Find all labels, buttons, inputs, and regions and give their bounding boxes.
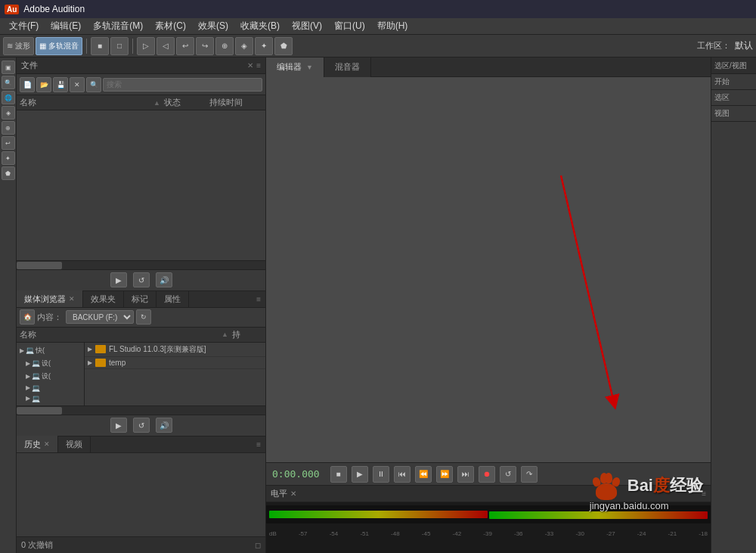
folder-icon [95, 345, 106, 353]
sidebar-icon-6[interactable]: ↩ [2, 136, 15, 150]
editor-area: 编辑器 ▼ 混音器 0:00.000 ■ ▶ [266, 57, 711, 553]
file-new-btn[interactable]: 📄 [20, 77, 35, 92]
tree-item-3[interactable]: ▶ 💻 设( [18, 370, 82, 383]
col-name-header: 名称 [20, 97, 153, 108]
transport-skip[interactable]: ↷ [521, 466, 538, 483]
transport-record[interactable]: ⏺ [479, 466, 495, 483]
file-panel-header: 文件 ✕ ≡ [17, 57, 265, 74]
toolbar-btn-4[interactable]: ◁ [156, 37, 175, 55]
media-tab-close[interactable]: ✕ [69, 295, 75, 303]
right-panel-selection[interactable]: 选区 [711, 90, 756, 106]
transport-forward[interactable]: ⏩ [436, 466, 453, 483]
media-home-btn[interactable]: 🏠 [20, 309, 35, 325]
toolbar-btn-3[interactable]: ▷ [137, 37, 155, 55]
file-search-input[interactable] [103, 78, 262, 92]
level-panel-title: 电平 [271, 488, 287, 499]
sidebar-icon-4[interactable]: ◈ [2, 106, 15, 120]
transport-next[interactable]: ⏭ [457, 466, 474, 483]
file-item-flstudio[interactable]: ▶ FL Studio 11.0.3[亲测兼容版] [85, 343, 265, 357]
media-play-btn[interactable]: ▶ [110, 418, 127, 433]
media-col-duration: 持 [232, 329, 262, 340]
toolbar-btn-6[interactable]: ↪ [196, 37, 214, 55]
editor-tab-close[interactable]: ▼ [306, 64, 313, 71]
level-panel-header: 电平 ✕ ≡ [266, 486, 711, 502]
content-select[interactable]: BACKUP (F:) [66, 310, 134, 324]
file-save-btn[interactable]: 💾 [53, 77, 68, 92]
toolbar-btn-9[interactable]: ✦ [255, 37, 273, 55]
media-tree: ▶ 💻 快( ▶ 💻 设( ▶ 💻 设( ▶ [17, 343, 85, 405]
tab-markers[interactable]: 标记 [124, 290, 156, 307]
media-refresh-btn[interactable]: ↻ [136, 309, 151, 325]
history-content [17, 453, 265, 536]
transport-rewind[interactable]: ⏪ [415, 466, 432, 483]
tree-item-5[interactable]: ▶ 💻 [18, 393, 82, 404]
toolbar-waveform-btn[interactable]: ≋ 波形 [3, 37, 34, 55]
tree-item-4[interactable]: ▶ 💻 [18, 383, 82, 393]
tab-video[interactable]: 视频 [58, 436, 91, 452]
tree-root[interactable]: ▶ 💻 快( [18, 344, 82, 357]
level-meter-content: dB -57 -54 -51 -48 -45 -42 -39 -36 -33 -… [266, 502, 711, 553]
transport-prev[interactable]: ⏮ [394, 466, 411, 483]
file-vol-btn[interactable]: 🔊 [156, 272, 172, 287]
workspace-value: 默认 [735, 39, 753, 52]
menu-effects[interactable]: 效果(S) [192, 18, 234, 34]
file-play-btn[interactable]: ▶ [110, 272, 127, 287]
toolbar-btn-7[interactable]: ⊕ [215, 37, 234, 55]
meter-scale: dB -57 -54 -51 -48 -45 -42 -39 -36 -33 -… [266, 523, 711, 537]
toolbar-btn-2[interactable]: □ [110, 37, 129, 55]
tab-properties[interactable]: 属性 [156, 290, 189, 307]
sidebar-icon-5[interactable]: ⊕ [2, 121, 15, 135]
right-panel: 选区/视图 开始 选区 视图 [711, 57, 756, 553]
sidebar-icon-2[interactable]: 🔍 [2, 76, 15, 89]
menu-view[interactable]: 视图(V) [286, 18, 328, 34]
file-search-btn[interactable]: 🔍 [86, 77, 101, 92]
media-hscroll[interactable] [17, 405, 265, 415]
menu-window[interactable]: 窗口(U) [328, 18, 371, 34]
sidebar-icon-8[interactable]: ⬟ [2, 166, 15, 180]
meter-bar-left [269, 511, 488, 518]
right-panel-start[interactable]: 开始 [711, 74, 756, 90]
tab-mixer[interactable]: 混音器 [324, 57, 371, 77]
menu-file[interactable]: 文件(F) [3, 18, 45, 34]
editor-tabs: 编辑器 ▼ 混音器 [266, 57, 711, 77]
right-panel-view[interactable]: 视图 [711, 106, 756, 122]
file-name-temp: temp [109, 359, 125, 367]
transport-loop[interactable]: ↺ [500, 466, 516, 483]
file-table-header: 名称 ▲ 状态 持续时间 [17, 95, 265, 110]
main-layout: ▣ 🔍 🌐 ◈ ⊕ ↩ ✦ ⬟ 文件 ✕ ≡ 📄 📂 💾 ✕ 🔍 [0, 57, 756, 553]
file-panel-footer: ▶ ↺ 🔊 [17, 269, 265, 290]
menu-clip[interactable]: 素材(C) [149, 18, 192, 34]
toolbar-btn-10[interactable]: ⬟ [274, 37, 293, 55]
menu-multitrack[interactable]: 多轨混音(M) [87, 18, 149, 34]
file-loop-btn[interactable]: ↺ [133, 272, 150, 287]
file-hscroll[interactable] [17, 260, 265, 269]
multitrack-label: 多轨混音 [48, 41, 79, 51]
tab-history[interactable]: 历史 ✕ [17, 436, 58, 452]
file-open-btn[interactable]: 📂 [36, 77, 51, 92]
sidebar-icon-7[interactable]: ✦ [2, 151, 15, 165]
file-close-btn[interactable]: ✕ [70, 77, 85, 92]
transport-stop[interactable]: ■ [330, 466, 347, 483]
sidebar-icon-1[interactable]: ▣ [2, 61, 15, 74]
right-panel-title: 选区/视图 [714, 61, 747, 71]
transport-pause[interactable]: ⏸ [373, 466, 389, 483]
toolbar-btn-1[interactable]: ■ [91, 37, 109, 55]
folder-icon-2 [95, 359, 106, 367]
file-item-temp[interactable]: ▶ temp [85, 357, 265, 369]
transport-play[interactable]: ▶ [352, 466, 368, 483]
menu-help[interactable]: 帮助(H) [371, 18, 414, 34]
tab-media-browser[interactable]: 媒体浏览器 ✕ [17, 290, 83, 307]
sidebar-icon-3[interactable]: 🌐 [2, 91, 15, 104]
toolbar-multitrack-btn[interactable]: ▦ 多轨混音 [36, 37, 82, 55]
tree-item-2[interactable]: ▶ 💻 设( [18, 357, 82, 370]
menu-favorites[interactable]: 收藏夹(B) [234, 18, 286, 34]
file-panel: 文件 ✕ ≡ 📄 📂 💾 ✕ 🔍 名称 ▲ 状态 持续时间 [17, 57, 265, 291]
media-loop-btn[interactable]: ↺ [133, 418, 150, 433]
tab-editor[interactable]: 编辑器 ▼ [266, 57, 324, 77]
toolbar-btn-8[interactable]: ◈ [235, 37, 253, 55]
tab-effects[interactable]: 效果夹 [83, 290, 124, 307]
media-vol-btn[interactable]: 🔊 [156, 418, 172, 433]
toolbar-separator-2 [132, 39, 133, 54]
toolbar-btn-5[interactable]: ↩ [176, 37, 194, 55]
menu-edit[interactable]: 编辑(E) [45, 18, 87, 34]
